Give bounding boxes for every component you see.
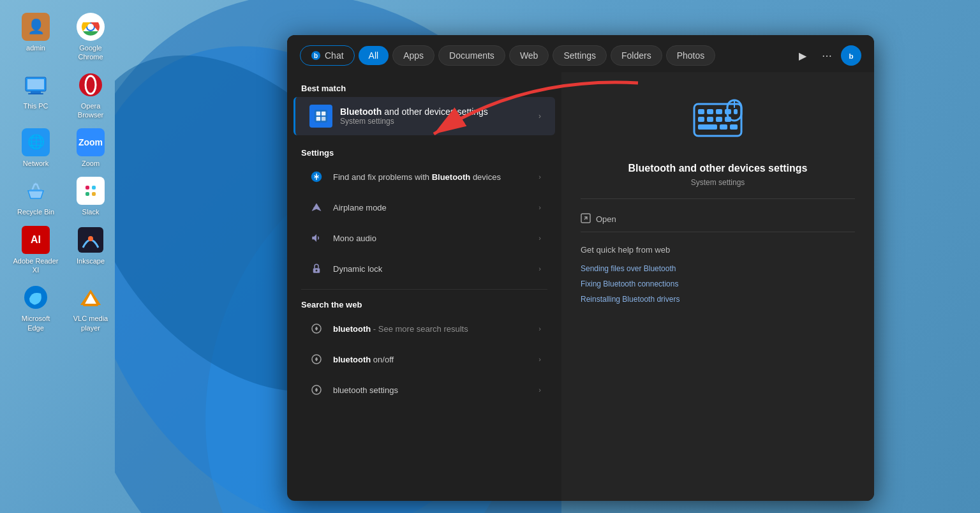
desktop-icon-opera[interactable]: Opera Browser (68, 71, 114, 120)
desktop-icon-thispc[interactable]: This PC (13, 71, 59, 120)
search-item-bluetooth-settings[interactable]: bluetooth settings › (293, 375, 555, 405)
bing-icon: b (311, 50, 321, 61)
tab-settings[interactable]: Settings (553, 45, 607, 66)
svg-point-34 (316, 270, 318, 272)
icon-label-chrome: Google Chrome (68, 43, 114, 62)
right-divider-2 (581, 232, 855, 232)
help-link-fixing[interactable]: Fixing Bluetooth connections (581, 276, 855, 292)
desktop-icon-edge[interactable]: Microsoft Edge (13, 283, 59, 332)
content-area: Best match Bluetooth and other devices s… (287, 72, 874, 501)
desktop-icon-slack[interactable]: Slack (68, 177, 114, 216)
search-icon-bluetooth-settings (308, 381, 325, 399)
bluetooth-settings-icon (309, 105, 332, 128)
tab-apps[interactable]: Apps (392, 45, 434, 66)
svg-rect-28 (316, 112, 320, 115)
bluetooth-search-text: bluetooth - See more search results (333, 324, 538, 334)
dynamic-lock-text: Dynamic lock (333, 264, 538, 274)
svg-rect-22 (83, 304, 98, 306)
search-popup: b Chat All Apps Documents Web Settings F… (287, 35, 874, 501)
airplane-chevron: › (538, 204, 541, 211)
best-match-subtitle: System settings (340, 117, 538, 126)
svg-rect-14 (29, 190, 42, 191)
bluetooth-onoff-text: bluetooth on/off (333, 355, 538, 364)
icon-label-zoom: Zoom (82, 159, 100, 168)
tab-documents[interactable]: Documents (438, 45, 505, 66)
svg-rect-11 (28, 93, 43, 94)
search-icon-bluetooth-onoff (308, 350, 325, 368)
icon-label-adobe: Adobe Reader XI (13, 256, 59, 275)
search-item-bluetooth-onoff[interactable]: bluetooth on/off › (293, 344, 555, 375)
tab-folders[interactable]: Folders (611, 45, 662, 66)
bluetooth-settings-text: bluetooth settings (333, 385, 538, 395)
mono-audio-text: Mono audio (333, 234, 538, 243)
dynamic-lock-icon (308, 260, 325, 278)
bluetooth-onoff-chevron: › (538, 355, 541, 363)
bing-button[interactable]: b (841, 45, 861, 66)
right-panel-divider (581, 198, 855, 199)
left-panel: Best match Bluetooth and other devices s… (287, 72, 561, 501)
desktop-icon-vlc[interactable]: VLC media player (68, 283, 114, 332)
more-button[interactable]: ⋯ (817, 45, 837, 66)
play-button[interactable]: ▶ (792, 45, 813, 66)
svg-rect-10 (31, 91, 41, 93)
desktop-icon-chrome[interactable]: Google Chrome (68, 13, 114, 62)
bluetooth-big-icon (689, 91, 746, 149)
svg-text:b: b (314, 52, 318, 59)
svg-rect-53 (716, 117, 722, 122)
svg-rect-17 (85, 192, 89, 196)
svg-point-43 (315, 389, 318, 391)
svg-rect-9 (27, 79, 44, 89)
dynamic-lock-chevron: › (538, 265, 541, 272)
desktop-icon-adobe[interactable]: AI Adobe Reader XI (13, 226, 59, 275)
desktop-icon-admin[interactable]: 👤 admin (13, 13, 59, 62)
svg-point-37 (315, 327, 318, 330)
right-panel-title: Bluetooth and other devices settings (581, 161, 855, 175)
settings-item-dynamic-lock[interactable]: Dynamic lock › (293, 253, 555, 284)
icon-label-recycle: Recycle Bin (17, 207, 54, 216)
settings-item-airplane[interactable]: Airplane mode › (293, 192, 555, 223)
icon-label-edge: Microsoft Edge (13, 314, 59, 332)
bluetooth-search-chevron: › (538, 325, 541, 332)
best-match-text: Bluetooth and other devices settings Sys… (340, 107, 538, 126)
best-match-label: Best match (287, 78, 561, 97)
svg-rect-31 (322, 117, 325, 121)
tabs-row: b Chat All Apps Documents Web Settings F… (287, 35, 874, 72)
help-link-reinstalling[interactable]: Reinstalling Bluetooth drivers (581, 292, 855, 307)
svg-rect-30 (316, 117, 320, 121)
tab-chat[interactable]: b Chat (300, 45, 355, 66)
desktop-icon-zoom[interactable]: Zoom Zoom (68, 128, 114, 168)
svg-text:b: b (849, 52, 853, 60)
right-icon-area (581, 91, 855, 149)
best-match-title: Bluetooth and other devices settings (340, 107, 538, 117)
tab-photos[interactable]: Photos (666, 45, 716, 66)
mono-audio-icon (308, 229, 325, 247)
icon-label-slack: Slack (82, 207, 100, 216)
search-web-label: Search the web (287, 295, 561, 313)
svg-rect-18 (92, 192, 96, 196)
svg-rect-15 (85, 186, 89, 190)
tab-web[interactable]: Web (509, 45, 549, 66)
desktop-icon-recycle[interactable]: Recycle Bin (13, 177, 59, 216)
icon-label-vlc: VLC media player (68, 314, 114, 332)
help-link-sending[interactable]: Sending files over Bluetooth (581, 261, 855, 276)
icon-label-inkscape: Inkscape (77, 256, 105, 265)
icon-label-admin: admin (26, 43, 45, 52)
open-label: Open (596, 214, 616, 224)
svg-point-13 (85, 76, 96, 94)
settings-item-mono-audio[interactable]: Mono audio › (293, 223, 555, 253)
icon-label-opera: Opera Browser (68, 101, 114, 120)
desktop-icon-network[interactable]: 🌐 Network (13, 128, 59, 168)
svg-point-40 (315, 358, 318, 361)
best-match-chevron: › (538, 112, 541, 121)
bing-logo-icon: b (845, 50, 857, 61)
open-action[interactable]: Open (581, 209, 855, 229)
svg-point-7 (87, 24, 94, 30)
svg-rect-46 (698, 109, 704, 114)
search-item-bluetooth[interactable]: bluetooth - See more search results › (293, 313, 555, 344)
best-match-item[interactable]: Bluetooth and other devices settings Sys… (293, 97, 555, 135)
settings-item-fix-bluetooth[interactable]: Find and fix problems with Bluetooth dev… (293, 161, 555, 192)
desktop-icon-inkscape[interactable]: Inkscape (68, 226, 114, 275)
tab-all[interactable]: All (359, 46, 389, 65)
svg-rect-16 (92, 186, 96, 190)
fix-bluetooth-text: Find and fix problems with Bluetooth dev… (333, 172, 538, 182)
